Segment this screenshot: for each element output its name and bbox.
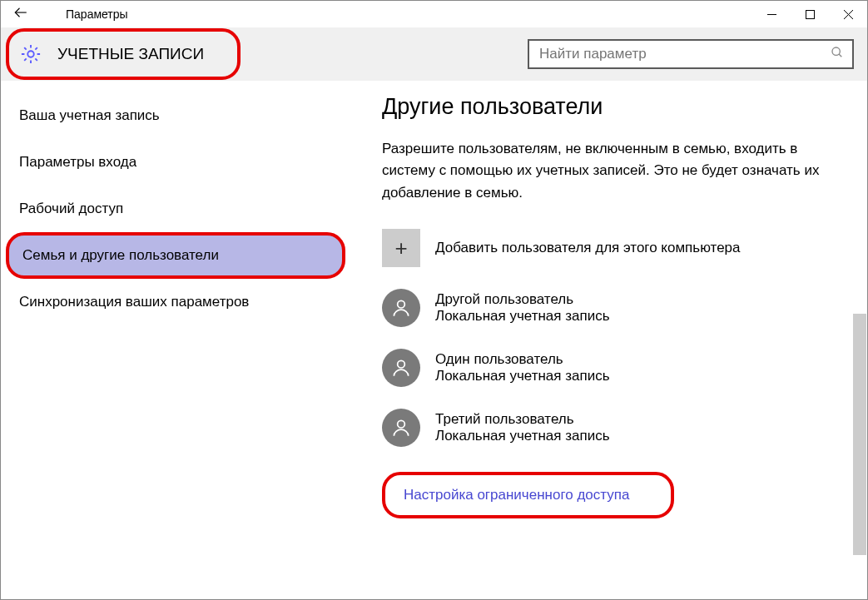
user-icon	[382, 349, 420, 387]
user-sub: Локальная учетная запись	[435, 308, 610, 325]
user-sub: Локальная учетная запись	[435, 428, 610, 444]
sidebar-item-account[interactable]: Ваша учетная запись	[1, 92, 350, 139]
user-name: Другой пользователь	[435, 291, 610, 308]
sidebar-item-sync[interactable]: Синхронизация ваших параметров	[1, 279, 350, 325]
svg-point-8	[398, 300, 405, 308]
svg-point-6	[832, 47, 840, 55]
category-title: УЧЕТНЫЕ ЗАПИСИ	[57, 45, 204, 63]
sidebar-item-work[interactable]: Рабочий доступ	[1, 186, 350, 232]
add-user-label: Добавить пользователя для этого компьюте…	[435, 240, 741, 256]
content: Другие пользователи Разрешите пользовате…	[350, 81, 867, 600]
sidebar-item-label: Рабочий доступ	[19, 201, 123, 216]
search-box[interactable]	[528, 39, 854, 69]
maximize-button[interactable]	[791, 1, 829, 27]
titlebar: Параметры	[1, 1, 867, 27]
window-title: Параметры	[41, 7, 752, 21]
sidebar: Ваша учетная запись Параметры входа Рабо…	[1, 81, 350, 600]
plus-icon: +	[382, 229, 420, 267]
sidebar-item-label: Ваша учетная запись	[19, 107, 160, 123]
user-name: Третий пользователь	[435, 411, 610, 428]
body: Ваша учетная запись Параметры входа Рабо…	[1, 81, 867, 600]
back-button[interactable]	[1, 5, 41, 24]
svg-point-5	[27, 51, 33, 57]
sidebar-item-family[interactable]: Семья и другие пользователи	[6, 232, 345, 279]
sidebar-item-label: Семья и другие пользователи	[22, 247, 219, 263]
gear-icon	[19, 42, 42, 66]
search-icon	[822, 46, 852, 62]
category-badge: УЧЕТНЫЕ ЗАПИСИ	[6, 28, 241, 80]
scrollbar-thumb[interactable]	[853, 314, 866, 555]
add-user-row[interactable]: + Добавить пользователя для этого компью…	[382, 229, 842, 267]
user-row[interactable]: Другой пользователь Локальная учетная за…	[382, 289, 842, 327]
user-icon	[382, 409, 420, 447]
search-input[interactable]	[529, 46, 822, 62]
user-name: Один пользователь	[435, 351, 610, 368]
svg-rect-2	[806, 10, 814, 18]
page-description: Разрешите пользователям, не включенным в…	[382, 138, 831, 204]
user-icon	[382, 289, 420, 327]
minimize-button[interactable]	[752, 1, 791, 27]
user-sub: Локальная учетная запись	[435, 368, 610, 384]
restricted-access-label: Настройка ограниченного доступа	[404, 487, 629, 503]
close-button[interactable]	[829, 1, 867, 27]
sidebar-item-signin[interactable]: Параметры входа	[1, 139, 350, 186]
sidebar-item-label: Синхронизация ваших параметров	[19, 294, 249, 310]
sidebar-item-label: Параметры входа	[19, 154, 136, 170]
restricted-access-link[interactable]: Настройка ограниченного доступа	[382, 472, 674, 518]
user-row[interactable]: Третий пользователь Локальная учетная за…	[382, 409, 842, 447]
header: УЧЕТНЫЕ ЗАПИСИ	[1, 27, 867, 81]
svg-point-10	[398, 420, 405, 428]
svg-line-7	[839, 54, 841, 57]
user-row[interactable]: Один пользователь Локальная учетная запи…	[382, 349, 842, 387]
svg-point-9	[398, 360, 405, 368]
window-controls	[752, 1, 867, 27]
page-heading: Другие пользователи	[382, 94, 842, 120]
